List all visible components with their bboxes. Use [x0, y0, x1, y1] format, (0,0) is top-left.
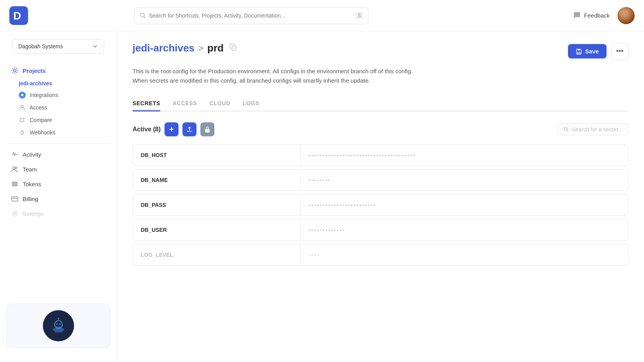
page-title-row: jedi-archives > prd Sav: [133, 42, 628, 60]
activity-icon: [11, 150, 19, 158]
integrations-icon: [19, 92, 26, 99]
secret-key: DB_HOST: [133, 145, 301, 166]
svg-rect-8: [19, 120, 21, 120]
breadcrumb: jedi-archives > prd: [133, 42, 237, 54]
save-button[interactable]: Save: [568, 44, 607, 58]
svg-point-31: [56, 323, 58, 325]
secret-key: DB_USER: [133, 219, 301, 240]
more-label: •••: [616, 47, 624, 55]
sidebar-item-access[interactable]: Access: [14, 101, 110, 114]
main-content: jedi-archives > prd Sav: [117, 31, 644, 362]
svg-point-26: [14, 212, 16, 215]
svg-rect-22: [13, 182, 16, 186]
svg-rect-33: [56, 327, 61, 328]
org-selector[interactable]: Dagobah Systems: [12, 39, 104, 54]
access-icon: [19, 104, 26, 111]
secret-key: DB_PASS: [133, 194, 301, 215]
avatar-image: [617, 7, 635, 24]
app-logo[interactable]: D: [9, 6, 28, 25]
activity-label: Activity: [23, 151, 41, 158]
projects-section: Projects jedi-archives Integrations: [0, 63, 117, 139]
feedback-label: Feedback: [584, 12, 610, 19]
secret-row[interactable]: DB_HOST ••••••••••••••••••••••••••••••••…: [133, 144, 628, 166]
copy-icon[interactable]: [229, 43, 237, 53]
secret-key: DB_NAME: [133, 170, 301, 191]
svg-line-3: [144, 17, 145, 18]
feedback-button[interactable]: Feedback: [573, 12, 610, 19]
compare-icon: [19, 117, 26, 124]
svg-point-32: [59, 323, 61, 325]
compare-label: Compare: [30, 117, 52, 123]
lock-button[interactable]: [200, 122, 214, 136]
secret-row[interactable]: DB_PASS ••••••••••••••••••••••••: [133, 194, 628, 216]
bot-avatar: [43, 310, 74, 341]
svg-rect-10: [23, 118, 25, 119]
sidebar-item-integrations[interactable]: Integrations: [14, 89, 110, 101]
sidebar-divider: [6, 143, 110, 144]
secret-value: ••••••••••••••••••••••••••••••••••••••: [301, 145, 628, 166]
sidebar-item-settings[interactable]: Settings: [6, 206, 110, 221]
upload-secret-button[interactable]: [182, 122, 196, 136]
global-search[interactable]: S: [134, 7, 368, 24]
secrets-list: DB_HOST ••••••••••••••••••••••••••••••••…: [133, 144, 628, 269]
nav-section: Activity Team: [0, 147, 117, 221]
bot-card[interactable]: [6, 304, 110, 348]
secret-key: LOG_LEVEL: [133, 244, 301, 265]
tab-cloud[interactable]: CLOUD: [210, 96, 230, 111]
chevron-down-icon: [92, 43, 98, 49]
tab-secrets[interactable]: SECRETS: [133, 96, 160, 111]
sidebar-bottom: [0, 297, 117, 354]
secret-value: •••••••••••••: [301, 219, 628, 240]
svg-rect-12: [23, 121, 25, 122]
svg-rect-7: [19, 118, 22, 119]
tokens-icon: [11, 180, 19, 188]
sidebar-item-webhooks[interactable]: Webhooks: [14, 126, 110, 139]
user-avatar[interactable]: [617, 7, 635, 24]
secrets-title: Active (8): [133, 126, 161, 133]
search-secrets-icon: [563, 127, 569, 132]
secrets-search[interactable]: Search for a secret...: [557, 124, 628, 135]
add-secret-button[interactable]: +: [165, 122, 179, 136]
secret-row[interactable]: DB_NAME ••••••••: [133, 169, 628, 191]
sidebar-item-team[interactable]: Team: [6, 162, 110, 177]
sidebar-item-tokens[interactable]: Tokens: [6, 177, 110, 191]
webhooks-label: Webhooks: [30, 129, 55, 136]
project-name[interactable]: jedi-archives: [14, 78, 110, 89]
webhooks-icon: [19, 129, 26, 136]
org-section: Dagobah Systems: [0, 39, 117, 62]
search-icon: [140, 12, 146, 19]
chat-icon: [573, 12, 581, 19]
save-icon: [576, 48, 582, 55]
breadcrumb-project[interactable]: jedi-archives: [133, 42, 195, 54]
sidebar-item-activity[interactable]: Activity: [6, 147, 110, 162]
svg-rect-29: [53, 328, 55, 331]
secrets-header: Active (8) + S: [133, 122, 628, 136]
lock-icon: [205, 126, 210, 132]
org-name: Dagobah Systems: [18, 43, 63, 49]
svg-point-40: [564, 127, 567, 131]
tab-access[interactable]: ACCESS: [173, 96, 197, 111]
svg-rect-37: [578, 49, 580, 51]
sidebar-item-projects[interactable]: Projects: [6, 63, 110, 78]
svg-line-17: [15, 154, 16, 154]
header-actions: Feedback: [573, 7, 635, 24]
gear-icon: [11, 67, 19, 74]
sidebar-item-compare[interactable]: Compare: [14, 114, 110, 126]
secret-row[interactable]: DB_USER •••••••••••••: [133, 219, 628, 241]
tab-logs[interactable]: LOGS: [243, 96, 259, 111]
search-shortcut-badge: S: [356, 12, 363, 19]
svg-point-6: [21, 105, 23, 108]
more-button[interactable]: •••: [611, 43, 628, 60]
secret-row[interactable]: LOG_LEVEL ••••: [133, 244, 628, 266]
svg-rect-24: [12, 197, 18, 201]
svg-text:D: D: [13, 10, 21, 22]
access-label: Access: [30, 104, 47, 111]
billing-label: Billing: [23, 196, 38, 202]
save-label: Save: [585, 48, 599, 55]
svg-rect-30: [62, 328, 64, 331]
sidebar-item-billing[interactable]: Billing: [6, 191, 110, 206]
search-input[interactable]: [149, 12, 352, 19]
breadcrumb-separator: >: [198, 43, 203, 53]
projects-label: Projects: [23, 67, 46, 74]
svg-point-35: [58, 318, 59, 319]
